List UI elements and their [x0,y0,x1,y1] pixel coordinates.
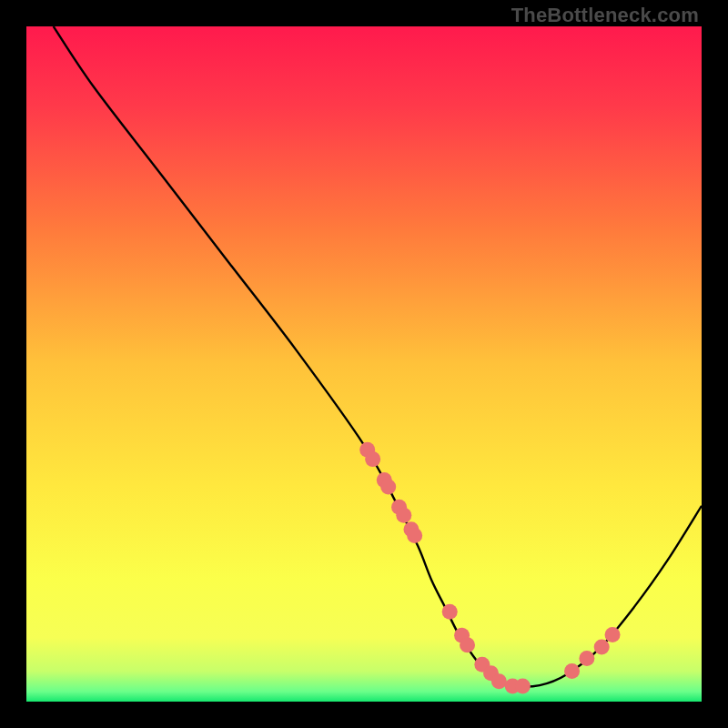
data-point [460,637,475,652]
data-point [407,528,422,543]
data-point [396,508,411,523]
data-point [594,639,610,654]
watermark-text: TheBottleneck.com [511,4,699,27]
data-point [365,451,380,467]
data-point [605,627,621,642]
chart-frame [26,26,702,702]
data-point [491,673,507,689]
data-point [564,663,580,679]
bottleneck-chart [26,26,702,702]
data-point [380,480,396,495]
data-point [442,604,458,620]
chart-background [26,26,702,702]
data-point [579,651,594,666]
data-point [515,678,531,693]
